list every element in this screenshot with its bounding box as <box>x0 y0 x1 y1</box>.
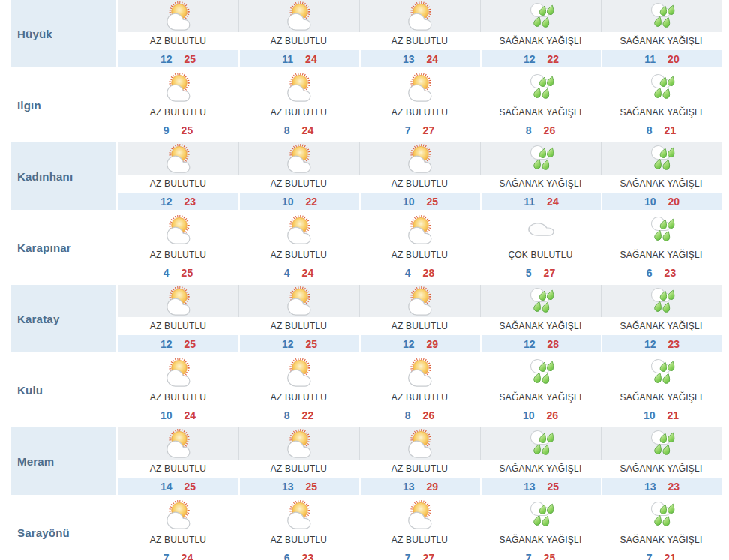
forecast-cell[interactable]: AZ BULUTLU 7 27 <box>359 71 480 139</box>
forecast-cell[interactable]: SAĞANAK YAĞIŞLI 10 20 <box>601 142 722 210</box>
condition-band: SAĞANAK YAĞIŞLI <box>601 531 722 549</box>
condition-label: AZ BULUTLU <box>271 321 327 331</box>
forecast-cell[interactable]: AZ BULUTLU 11 24 <box>238 0 359 67</box>
temperature-band: 4 25 <box>118 264 238 281</box>
max-temperature: 25 <box>548 481 560 493</box>
forecast-cell[interactable]: AZ BULUTLU 8 22 <box>238 356 359 424</box>
district-row: Kadınhanı AZ BULUTLU 12 23 AZ BULUTLU 10… <box>11 142 729 210</box>
forecast-cell[interactable]: SAĞANAK YAĞIŞLI 8 26 <box>480 71 601 139</box>
district-name-link[interactable]: Sarayönü <box>17 526 70 539</box>
forecast-cell[interactable]: AZ BULUTLU 12 25 <box>118 285 238 352</box>
forecast-cell[interactable]: AZ BULUTLU 4 28 <box>359 214 480 281</box>
partly-cloudy-icon <box>160 214 196 246</box>
forecast-cell[interactable]: SAĞANAK YAĞIŞLI 8 21 <box>601 71 722 139</box>
forecast-cell[interactable]: ÇOK BULUTLU 5 27 <box>480 214 601 281</box>
forecast-cell[interactable]: AZ BULUTLU 10 24 <box>118 356 238 424</box>
forecast-cell[interactable]: SAĞANAK YAĞIŞLI 13 23 <box>601 427 722 495</box>
condition-band: SAĞANAK YAĞIŞLI <box>601 32 722 50</box>
forecast-cell[interactable]: SAĞANAK YAĞIŞLI 12 28 <box>480 285 601 352</box>
district-row: Hüyük AZ BULUTLU 12 25 AZ BULUTLU 11 24 … <box>11 0 729 67</box>
district-name-link[interactable]: Karatay <box>17 313 59 325</box>
max-temperature: 23 <box>668 338 680 350</box>
forecast-cell[interactable]: AZ BULUTLU 10 25 <box>359 142 480 210</box>
forecast-cell[interactable]: AZ BULUTLU 12 25 <box>118 0 238 67</box>
min-temperature: 8 <box>405 409 411 421</box>
forecast-cell[interactable]: SAĞANAK YAĞIŞLI 13 25 <box>480 427 601 495</box>
weather-icon-band <box>118 214 238 246</box>
forecast-cell[interactable]: SAĞANAK YAĞIŞLI 12 23 <box>601 285 722 352</box>
forecast-cell[interactable]: SAĞANAK YAĞIŞLI 12 22 <box>480 0 601 67</box>
forecast-cell[interactable]: AZ BULUTLU 8 26 <box>359 356 480 424</box>
condition-band: AZ BULUTLU <box>238 103 359 121</box>
forecast-cell[interactable]: SAĞANAK YAĞIŞLI 7 25 <box>480 499 601 560</box>
forecast-cell[interactable]: SAĞANAK YAĞIŞLI 10 26 <box>480 356 601 424</box>
max-temperature: 26 <box>423 409 435 421</box>
condition-band: SAĞANAK YAĞIŞLI <box>480 531 601 549</box>
min-temperature: 7 <box>405 552 411 560</box>
forecast-cell[interactable]: AZ BULUTLU 4 25 <box>118 214 238 281</box>
district-name-link[interactable]: Ilgın <box>17 99 41 112</box>
rain-icon <box>523 356 559 388</box>
forecast-cell[interactable]: SAĞANAK YAĞIŞLI 6 23 <box>601 214 722 281</box>
weather-icon-band <box>118 142 238 175</box>
weather-icon-band <box>359 285 480 317</box>
district-cell: Hüyük <box>11 0 116 67</box>
forecast-cell[interactable]: AZ BULUTLU 14 25 <box>118 427 238 495</box>
forecast-cell[interactable]: AZ BULUTLU 12 23 <box>118 142 238 210</box>
forecast-cell[interactable]: SAĞANAK YAĞIŞLI 11 20 <box>601 0 722 67</box>
temperature-band: 12 25 <box>118 335 238 352</box>
condition-band: SAĞANAK YAĞIŞLI <box>601 317 722 335</box>
temperature-band: 7 27 <box>359 121 480 139</box>
partly-cloudy-icon <box>160 285 196 317</box>
partly-cloudy-icon <box>402 214 438 246</box>
condition-label: SAĞANAK YAĞIŞLI <box>620 321 703 331</box>
partly-cloudy-icon <box>281 142 317 175</box>
forecast-cell[interactable]: AZ BULUTLU 7 27 <box>359 499 480 560</box>
district-name-link[interactable]: Meram <box>17 455 54 468</box>
rain-icon <box>644 356 680 388</box>
max-temperature: 29 <box>427 481 439 493</box>
forecast-cell[interactable]: AZ BULUTLU 12 25 <box>238 285 359 352</box>
max-temperature: 24 <box>302 267 314 279</box>
condition-label: SAĞANAK YAĞIŞLI <box>500 535 582 545</box>
condition-label: SAĞANAK YAĞIŞLI <box>500 178 582 189</box>
partly-cloudy-icon <box>281 0 317 32</box>
district-name-link[interactable]: Hüyük <box>17 28 52 40</box>
district-name-link[interactable]: Kadınhanı <box>17 170 73 183</box>
district-row: Meram AZ BULUTLU 14 25 AZ BULUTLU 13 25 … <box>11 427 729 495</box>
forecast-columns: AZ BULUTLU 10 24 AZ BULUTLU 8 22 AZ BULU… <box>118 356 722 424</box>
forecast-cell[interactable]: AZ BULUTLU 13 29 <box>359 427 480 495</box>
forecast-cell[interactable]: AZ BULUTLU 6 23 <box>238 499 359 560</box>
partly-cloudy-icon <box>402 71 438 103</box>
min-temperature: 8 <box>646 124 652 136</box>
min-temperature: 13 <box>403 53 415 65</box>
condition-band: SAĞANAK YAĞIŞLI <box>601 460 722 478</box>
condition-label: SAĞANAK YAĞIŞLI <box>620 178 703 189</box>
min-temperature: 10 <box>644 409 656 421</box>
condition-band: AZ BULUTLU <box>118 460 238 478</box>
district-name-link[interactable]: Kulu <box>17 384 43 397</box>
forecast-cell[interactable]: AZ BULUTLU 8 24 <box>238 71 359 139</box>
forecast-cell[interactable]: AZ BULUTLU 13 25 <box>238 427 359 495</box>
condition-label: SAĞANAK YAĞIŞLI <box>500 392 582 403</box>
forecast-cell[interactable]: SAĞANAK YAĞIŞLI 11 24 <box>480 142 601 210</box>
forecast-cell[interactable]: SAĞANAK YAĞIŞLI 7 21 <box>601 499 722 560</box>
forecast-cell[interactable]: AZ BULUTLU 4 24 <box>238 214 359 281</box>
forecast-cell[interactable]: SAĞANAK YAĞIŞLI 10 21 <box>601 356 722 424</box>
condition-band: AZ BULUTLU <box>118 246 238 264</box>
min-temperature: 12 <box>403 338 415 350</box>
partly-cloudy-icon <box>281 214 317 246</box>
forecast-cell[interactable]: AZ BULUTLU 13 24 <box>359 0 480 67</box>
forecast-cell[interactable]: AZ BULUTLU 7 24 <box>118 499 238 560</box>
forecast-cell[interactable]: AZ BULUTLU 9 25 <box>118 71 238 139</box>
district-name-link[interactable]: Karapınar <box>17 241 71 254</box>
condition-band: AZ BULUTLU <box>238 175 359 193</box>
min-temperature: 12 <box>160 196 172 208</box>
weather-icon-band <box>238 285 359 317</box>
forecast-cell[interactable]: AZ BULUTLU 12 29 <box>359 285 480 352</box>
min-temperature: 7 <box>526 552 532 560</box>
forecast-cell[interactable]: AZ BULUTLU 10 22 <box>238 142 359 210</box>
condition-label: AZ BULUTLU <box>150 36 206 46</box>
condition-label: AZ BULUTLU <box>150 463 206 474</box>
max-temperature: 24 <box>305 53 317 65</box>
